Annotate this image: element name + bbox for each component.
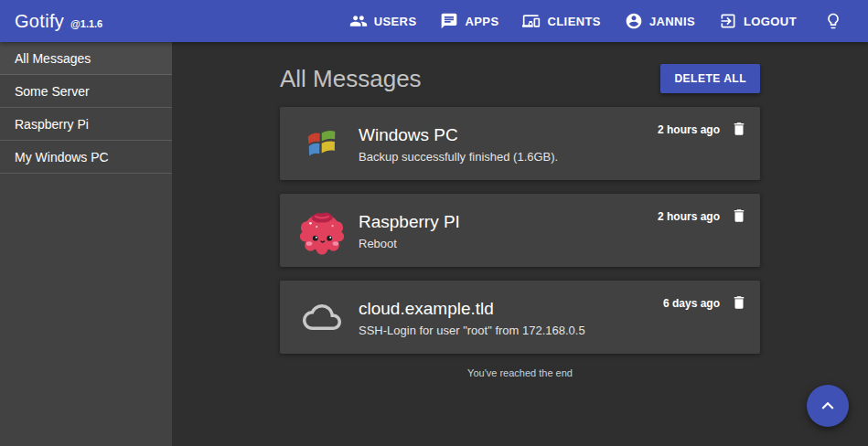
- message-text: Backup successfully finished (1.6GB).: [359, 150, 658, 164]
- sidebar: All Messages Some Server Raspberry Pi My…: [0, 42, 172, 446]
- sidebar-item-label: My Windows PC: [15, 150, 109, 165]
- app-bar: Gotify @1.1.6 USERS APPS CLIENTS JANNIS …: [0, 0, 868, 42]
- message-content: Windows PC Backup successfully finished …: [359, 123, 658, 164]
- theme-toggle-button[interactable]: [815, 5, 852, 37]
- nav-apps-label: APPS: [465, 15, 498, 28]
- message-text: SSH-Login for user "root" from 172.168.0…: [359, 324, 663, 337]
- page-title: All Messages: [280, 65, 422, 93]
- cloud-icon: [296, 298, 348, 336]
- message-title: Raspberry PI: [359, 212, 658, 232]
- message-meta: 2 hours ago: [658, 107, 747, 137]
- sidebar-item-all-messages[interactable]: All Messages: [0, 42, 172, 75]
- scroll-to-top-button[interactable]: [807, 385, 849, 427]
- message-timestamp: 2 hours ago: [658, 122, 720, 137]
- chevron-up-icon: [816, 394, 840, 418]
- nav-users-button[interactable]: USERS: [338, 5, 428, 37]
- app-title: Gotify: [15, 11, 64, 32]
- delete-message-button[interactable]: [731, 294, 747, 311]
- trash-icon: [731, 294, 747, 311]
- clients-icon: [522, 12, 541, 30]
- delete-message-button[interactable]: [731, 121, 747, 137]
- sidebar-item-label: Some Server: [15, 84, 90, 99]
- nav-clients-button[interactable]: CLIENTS: [511, 5, 611, 37]
- content-header: All Messages DELETE ALL: [280, 65, 760, 92]
- trash-icon: [731, 121, 747, 137]
- nav-account-button[interactable]: JANNIS: [614, 5, 706, 37]
- message-card-windows-pc: Windows PC Backup successfully finished …: [280, 107, 760, 180]
- message-meta: 2 hours ago: [658, 194, 747, 224]
- nav-account-label: JANNIS: [649, 15, 695, 28]
- message-text: Reboot: [359, 237, 658, 250]
- nav-apps-button[interactable]: APPS: [429, 5, 509, 37]
- message-card-raspberry-pi: Raspberry PI Reboot 2 hours ago: [280, 194, 760, 267]
- sidebar-item-label: Raspberry Pi: [15, 117, 89, 132]
- windows-logo: [296, 124, 348, 163]
- logout-icon: [719, 12, 737, 30]
- delete-all-button[interactable]: DELETE ALL: [660, 64, 760, 93]
- message-timestamp: 6 days ago: [663, 296, 720, 311]
- end-of-list-text: You've reached the end: [280, 367, 760, 378]
- app-version: @1.1.6: [70, 18, 102, 29]
- message-content: Raspberry PI Reboot: [359, 210, 658, 250]
- nav-clients-label: CLIENTS: [547, 15, 600, 28]
- trash-icon: [731, 207, 747, 224]
- message-title: Windows PC: [359, 125, 658, 145]
- app-nav: USERS APPS CLIENTS JANNIS LOGOUT: [338, 5, 852, 37]
- apps-icon: [440, 12, 458, 30]
- sidebar-item-some-server[interactable]: Some Server: [0, 75, 172, 108]
- raspberry-logo: [296, 206, 348, 255]
- nav-logout-label: LOGOUT: [744, 15, 797, 28]
- message-card-cloud-example: cloud.example.tld SSH-Login for user "ro…: [280, 281, 760, 354]
- message-meta: 6 days ago: [663, 281, 747, 311]
- message-title: cloud.example.tld: [359, 299, 663, 319]
- nav-logout-button[interactable]: LOGOUT: [708, 5, 808, 37]
- delete-message-button[interactable]: [731, 207, 747, 224]
- message-content: cloud.example.tld SSH-Login for user "ro…: [359, 297, 663, 337]
- nav-users-label: USERS: [374, 15, 417, 28]
- brand: Gotify @1.1.6: [15, 11, 102, 32]
- sidebar-item-label: All Messages: [15, 51, 91, 66]
- users-icon: [349, 12, 368, 30]
- main-area: All Messages DELETE ALL Windows PC Backu…: [172, 42, 868, 446]
- lightbulb-icon: [824, 12, 842, 30]
- sidebar-item-raspberry-pi[interactable]: Raspberry Pi: [0, 108, 172, 141]
- account-icon: [625, 12, 643, 30]
- sidebar-item-my-windows-pc[interactable]: My Windows PC: [0, 141, 172, 174]
- message-timestamp: 2 hours ago: [658, 209, 720, 224]
